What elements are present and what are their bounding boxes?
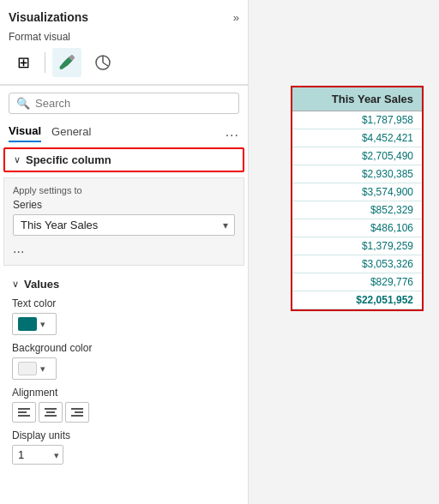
svg-rect-8 [46, 411, 55, 413]
specific-column-label: Specific column [26, 153, 111, 166]
section-chevron-icon: ∨ [14, 154, 21, 165]
tabs-row: Visual General ... [0, 121, 248, 142]
text-color-chevron-icon: ▾ [40, 319, 45, 330]
values-section: ∨ Values Text color ▾ Background color ▾… [3, 271, 244, 471]
text-color-swatch [18, 317, 37, 331]
align-left-icon [17, 406, 31, 418]
analytics-icon [93, 53, 112, 72]
apply-settings-label: Apply settings to [13, 185, 235, 195]
values-chevron-icon: ∨ [12, 279, 19, 290]
search-input[interactable] [35, 97, 232, 110]
alignment-label: Alignment [12, 387, 236, 399]
table-row: $2,705,490 [292, 147, 422, 165]
svg-rect-11 [75, 411, 83, 413]
right-panel: This Year Sales $1,787,958 $4,452,421 $2… [249, 0, 439, 504]
table-total-row: $22,051,952 [292, 291, 422, 309]
display-units-dropdown[interactable]: 1 K M B [12, 445, 63, 465]
table-row: $829,776 [292, 273, 422, 291]
display-units-label: Display units [12, 429, 236, 441]
tabs-more-button[interactable]: ... [226, 124, 239, 140]
table-row: $1,379,259 [292, 237, 422, 255]
table-header: This Year Sales [292, 87, 422, 111]
svg-rect-5 [18, 411, 27, 413]
text-color-label: Text color [12, 297, 236, 309]
align-center-button[interactable] [39, 402, 63, 423]
svg-rect-12 [71, 415, 83, 417]
table-grid-icon-button[interactable]: ⊞ [9, 48, 38, 77]
bg-color-swatch [18, 362, 37, 375]
display-units-dropdown-wrapper[interactable]: 1 K M B [12, 445, 63, 465]
align-center-icon [44, 406, 57, 418]
values-title: Values [24, 278, 59, 291]
series-more-options[interactable]: ... [13, 239, 235, 258]
text-color-button[interactable]: ▾ [12, 313, 57, 335]
series-dropdown-wrapper[interactable]: This Year Sales [13, 214, 235, 236]
svg-rect-4 [18, 408, 30, 410]
table-row: $1,787,958 [292, 111, 422, 129]
align-right-button[interactable] [65, 402, 89, 423]
alignment-row [12, 402, 236, 423]
bg-color-chevron-icon: ▾ [40, 363, 45, 375]
align-left-button[interactable] [12, 402, 36, 423]
svg-line-3 [103, 63, 108, 66]
table-row: $3,574,900 [292, 183, 422, 201]
svg-rect-7 [45, 408, 57, 410]
tab-visual[interactable]: Visual [9, 121, 41, 142]
analytics-icon-button[interactable] [88, 48, 117, 77]
search-icon: 🔍 [16, 97, 30, 110]
visualizations-panel: Visualizations » Format visual ⊞ 🔍 Visu [0, 0, 249, 504]
tab-general[interactable]: General [51, 122, 91, 141]
panel-header: Visualizations » [0, 7, 248, 29]
table-row: $3,053,326 [292, 255, 422, 273]
values-header: ∨ Values [12, 278, 236, 291]
bg-color-label: Background color [12, 342, 236, 354]
table-row: $2,930,385 [292, 165, 422, 183]
svg-rect-10 [71, 408, 83, 410]
series-label: Series [13, 199, 235, 211]
panel-title: Visualizations [9, 10, 88, 24]
search-box[interactable]: 🔍 [9, 93, 239, 114]
table-row: $4,452,421 [292, 129, 422, 147]
specific-column-section-header[interactable]: ∨ Specific column [3, 147, 244, 172]
icon-row: ⊞ [0, 48, 248, 86]
brush-icon [57, 53, 76, 72]
series-dropdown[interactable]: This Year Sales [13, 214, 235, 236]
bg-color-button[interactable]: ▾ [12, 357, 57, 380]
data-table: This Year Sales $1,787,958 $4,452,421 $2… [291, 86, 424, 311]
apply-settings-subsection: Apply settings to Series This Year Sales… [3, 177, 244, 266]
svg-rect-9 [45, 415, 57, 417]
svg-point-0 [60, 66, 63, 69]
svg-rect-6 [18, 415, 30, 417]
table-row: $486,106 [292, 219, 422, 237]
brush-icon-button[interactable] [52, 48, 81, 77]
icon-divider [45, 52, 45, 73]
align-right-icon [70, 406, 84, 418]
format-visual-label: Format visual [0, 29, 248, 48]
panel-collapse-button[interactable]: » [233, 11, 239, 24]
table-row: $852,329 [292, 201, 422, 219]
